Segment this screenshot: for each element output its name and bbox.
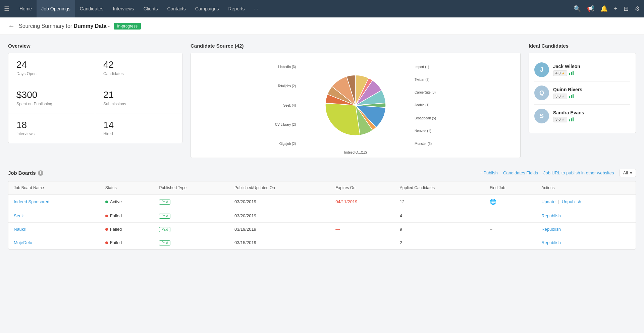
notification-icon[interactable]: 🔔 — [600, 5, 608, 12]
link-indeed-sponsored[interactable]: Indeed Sponsored — [14, 199, 49, 204]
cell-name-seek: Seek — [8, 209, 100, 223]
col-status: Status — [100, 181, 154, 195]
cell-published-naukri: 03/19/2019 — [229, 223, 330, 236]
bar1-s — [569, 119, 570, 121]
days-open-number: 24 — [16, 60, 87, 70]
nav-candidates[interactable]: Candidates — [75, 0, 108, 17]
label-broadbean: Broadbean (5) — [415, 116, 436, 120]
cell-status-naukri: Failed — [100, 223, 154, 236]
rating-badge-sandra: 3.0 ★ — [553, 117, 567, 122]
cell-applied-naukri: 9 — [394, 223, 484, 236]
back-button[interactable]: ← — [8, 22, 15, 30]
nav-contacts[interactable]: Contacts — [162, 0, 190, 17]
label-import: Import (1) — [415, 65, 436, 69]
cell-actions-indeed: Update | Unpublish — [536, 195, 636, 209]
unpublish-link-indeed[interactable]: Unpublish — [562, 199, 581, 204]
rating-badge-quinn: 3.0 ★ — [553, 94, 567, 99]
candidate-rating-jack: 4.0 ★ — [553, 70, 630, 76]
nav-more[interactable]: ··· — [250, 0, 263, 17]
days-open-label: Days Open — [16, 71, 87, 76]
pie-chart — [322, 62, 389, 149]
label-totaljobs: Totaljobs (2) — [275, 84, 296, 88]
republish-link-seek[interactable]: Republish — [541, 213, 561, 218]
ideal-candidates-section: Ideal Candidates J Jack Wilson 4.0 ★ — [529, 43, 636, 158]
candidate-jack-wilson: J Jack Wilson 4.0 ★ — [534, 58, 630, 81]
chart-area: LinkedIn (3) Totaljobs (2) Seek (4) CV L… — [275, 62, 436, 149]
dot-failed-naukri — [105, 228, 108, 231]
candidate-source-chart: LinkedIn (3) Totaljobs (2) Seek (4) CV L… — [191, 53, 521, 158]
rating-value-jack: 4.0 — [555, 71, 560, 75]
col-job-board-name: Job Board Name — [8, 181, 100, 195]
title-suffix: - — [106, 23, 110, 29]
title-prefix: Sourcing Summary for — [19, 23, 74, 29]
hired-label: Hired — [103, 131, 174, 136]
ideal-candidates-title: Ideal Candidates — [529, 43, 636, 49]
link-seek[interactable]: Seek — [14, 213, 24, 218]
job-url-link[interactable]: Job URL to publish in other websites — [543, 170, 614, 175]
republish-link-naukri[interactable]: Republish — [541, 227, 561, 232]
globe-icon-indeed[interactable]: 🌐 — [490, 199, 496, 205]
bar3 — [573, 71, 574, 75]
action-separator: | — [558, 199, 559, 204]
candidate-name-jack: Jack Wilson — [553, 64, 630, 69]
nav-job-openings[interactable]: Job Openings — [37, 0, 75, 17]
announcement-icon[interactable]: 📢 — [587, 5, 594, 12]
nav-interviews[interactable]: Interviews — [108, 0, 139, 17]
grid-icon[interactable]: ⊞ — [624, 5, 629, 12]
overview-section: Overview 24 Days Open 42 Candidates $300… — [8, 43, 182, 158]
bar2-q — [571, 95, 572, 98]
cell-applied-seek: 4 — [394, 209, 484, 223]
publish-button[interactable]: + Publish — [480, 170, 498, 175]
cell-expires-seek: — — [330, 209, 394, 223]
bar2-s — [571, 118, 572, 121]
nav-reports[interactable]: Reports — [224, 0, 250, 17]
dot-active-indeed — [105, 201, 108, 203]
star-icon-gray-s: ★ — [561, 117, 565, 122]
link-naukri[interactable]: Naukri — [14, 227, 26, 232]
info-icon[interactable]: i — [38, 170, 43, 176]
nav-campaigns[interactable]: Campaigns — [191, 0, 224, 17]
col-actions: Actions — [536, 181, 636, 195]
candidates-fields-link[interactable]: Candidates Fields — [503, 170, 538, 175]
cell-type-indeed: Paid — [154, 195, 229, 209]
signal-bars-jack — [569, 71, 574, 75]
overview-cell-spent: $300 Spent on Publishing — [8, 83, 95, 113]
table-row-seek: Seek Failed Paid 03/20/2019 — 4 – Republ… — [8, 209, 636, 223]
nav-clients[interactable]: Clients — [139, 0, 163, 17]
add-icon[interactable]: + — [614, 5, 618, 12]
update-link-indeed[interactable]: Update — [541, 199, 555, 204]
filter-dropdown[interactable]: All ▾ — [620, 169, 636, 177]
candidate-info-quinn: Quinn Rivers 3.0 ★ — [553, 87, 630, 99]
cell-actions-seek: Republish — [536, 209, 636, 223]
republish-link-mojedelo[interactable]: Republish — [541, 240, 561, 245]
cell-published-mojedelo: 03/15/2019 — [229, 236, 330, 249]
candidate-source-section: Candidate Source (42) LinkedIn (3) Total… — [191, 43, 521, 158]
col-find-job: Find Job — [484, 181, 536, 195]
link-mojedelo[interactable]: MojeDelo — [14, 240, 32, 245]
chart-labels-left: LinkedIn (3) Totaljobs (2) Seek (4) CV L… — [275, 62, 296, 149]
cell-find-job-mojedelo: – — [484, 236, 536, 249]
col-published-on: Published/Updated On — [229, 181, 330, 195]
col-expires-on: Expires On — [330, 181, 394, 195]
candidate-name-sandra: Sandra Evans — [553, 110, 630, 115]
label-jooble: Jooble (1) — [415, 103, 436, 107]
job-boards-actions: + Publish Candidates Fields Job URL to p… — [480, 169, 636, 177]
cell-name-mojedelo: MojeDelo — [8, 236, 100, 249]
settings-icon[interactable]: ⚙ — [635, 5, 640, 12]
search-icon[interactable]: 🔍 — [574, 5, 581, 12]
cell-applied-indeed: 12 — [394, 195, 484, 209]
dot-failed-mojedelo — [105, 241, 108, 244]
paid-badge-naukri: Paid — [159, 227, 170, 232]
table-row-naukri: Naukri Failed Paid 03/19/2019 — 9 – Repu… — [8, 223, 636, 236]
candidate-info-jack: Jack Wilson 4.0 ★ — [553, 64, 630, 76]
avatar-jack: J — [534, 62, 549, 77]
cell-expires-mojedelo: — — [330, 236, 394, 249]
table-row-indeed-sponsored: Indeed Sponsored Active Paid 03/20/2019 … — [8, 195, 636, 209]
cell-applied-mojedelo: 2 — [394, 236, 484, 249]
candidate-quinn-rivers: Q Quinn Rivers 3.0 ★ — [534, 81, 630, 105]
cell-expires-naukri: — — [330, 223, 394, 236]
hamburger-menu[interactable]: ☰ — [4, 5, 9, 12]
dot-failed-seek — [105, 215, 108, 217]
nav-home[interactable]: Home — [15, 0, 37, 17]
expires-date-indeed: 04/11/2019 — [335, 199, 357, 204]
